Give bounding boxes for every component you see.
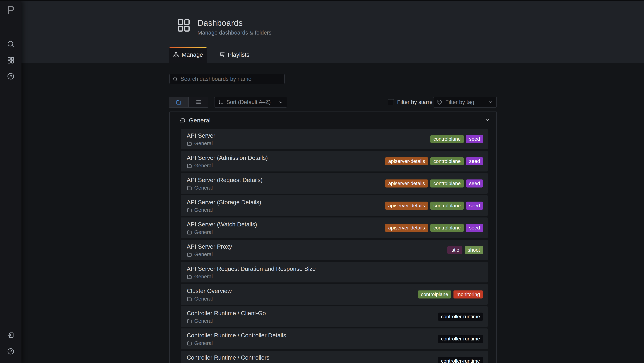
tab-manage[interactable]: Manage [170,47,206,63]
chevron-down-icon[interactable] [484,117,490,123]
tag-controller-runtime[interactable]: controller-runtime [438,357,483,363]
sidebar-item-help[interactable] [0,343,22,359]
dashboard-tags: controller-runtime [438,312,483,320]
sidebar-item-sign-in[interactable] [0,327,22,343]
dashboard-folder-label: General [194,296,213,302]
dashboard-row[interactable]: Cluster Overview General controlplanemon… [181,284,488,305]
starred-checkbox-label[interactable]: Filter by starred [397,99,436,105]
tag-apiserver-details[interactable]: apiserver-details [385,179,428,187]
tag-apiserver-details[interactable]: apiserver-details [385,157,428,165]
tag-controlplane[interactable]: controlplane [430,224,464,232]
dashboard-tags: apiserver-detailscontrolplaneseed [385,202,483,210]
dashboard-tags: controller-runtime [438,357,483,363]
view-mode-toggle [169,97,208,108]
tab-playlists[interactable]: Playlists [214,47,255,63]
search-icon [173,76,178,82]
sidebar-nav-top [0,36,22,84]
folder-icon [187,318,192,324]
dashboard-folder-label: General [194,274,213,280]
tag-seed[interactable]: seed [466,179,483,187]
dashboard-list: API Server General controlplaneseed API … [181,129,488,363]
dashboard-row[interactable]: API Server (Storage Details) General api… [181,195,488,216]
dashboard-folder-label: General [194,229,213,235]
sidebar-item-search[interactable] [0,36,22,52]
dashboard-folder: General [187,251,488,257]
folder-section-header[interactable]: General [170,112,496,129]
tag-controlplane[interactable]: controlplane [430,135,464,143]
sidebar: P [0,1,22,363]
dashboard-tags: controller-runtime [438,335,483,343]
folder-icon [187,274,192,279]
org-logo[interactable]: P [7,3,15,17]
tag-controlplane[interactable]: controlplane [430,157,464,165]
folder-section-general: General API Server General controlplanes… [170,112,497,363]
page-header: Dashboards Manage dashboards & folders M… [22,1,644,63]
dashboard-row[interactable]: API Server Request Duration and Response… [181,262,488,282]
dashboard-folder-label: General [194,318,213,324]
tag-seed[interactable]: seed [466,224,483,232]
starred-checkbox[interactable] [388,99,394,105]
tag-seed[interactable]: seed [466,157,483,165]
filter-by-tag-dropdown[interactable]: Filter by tag [433,97,497,108]
list-view-button[interactable] [188,97,208,107]
search-input[interactable] [180,76,282,82]
compass-icon [6,72,15,80]
tag-istio[interactable]: istio [448,246,462,254]
sign-in-icon [7,331,15,339]
dashboards-grid-icon [7,56,14,64]
tag-controlplane[interactable]: controlplane [430,179,464,187]
sidebar-nav-bottom [0,327,22,359]
tag-shoot[interactable]: shoot [465,246,483,254]
folder-view-icon [176,99,182,105]
list-view-icon [195,99,202,105]
page-title: Dashboards [198,18,243,28]
sort-amount-icon [218,99,224,105]
dashboard-row[interactable]: API Server (Request Details) General api… [181,173,488,194]
folder-icon [187,185,192,191]
sort-dropdown[interactable]: Sort (Default A–Z) [214,97,287,108]
tag-controlplane[interactable]: controlplane [418,290,451,298]
window-top-edge [0,0,644,1]
dashboard-row[interactable]: Controller Runtime / Controller Details … [181,328,488,349]
dashboard-row[interactable]: Controller Runtime / Client-Go General c… [181,306,488,327]
tag-apiserver-details[interactable]: apiserver-details [385,224,428,232]
tag-seed[interactable]: seed [466,202,483,210]
sidebar-item-dashboards[interactable] [0,52,22,68]
tag-apiserver-details[interactable]: apiserver-details [385,202,428,210]
dashboard-tags: apiserver-detailscontrolplaneseed [385,224,483,232]
dashboard-title: API Server Proxy [187,243,488,250]
folder-icon [187,230,192,235]
folder-icon [187,252,192,257]
tag-controller-runtime[interactable]: controller-runtime [438,335,483,343]
dashboard-folder-label: General [194,207,213,213]
dashboard-row[interactable]: API Server (Admission Details) General a… [181,151,488,171]
dashboard-title: API Server Request Duration and Response… [187,265,488,273]
tab-playlists-label: Playlists [228,51,249,58]
dashboard-row[interactable]: API Server (Watch Details) General apise… [181,217,488,238]
chevron-down-icon [488,100,493,105]
tag-controller-runtime[interactable]: controller-runtime [438,312,483,320]
tag-controlplane[interactable]: controlplane [430,202,464,210]
dashboard-tags: apiserver-detailscontrolplaneseed [385,179,483,187]
folder-icon [187,163,192,168]
folder-icon [187,141,192,146]
tag-seed[interactable]: seed [466,135,483,143]
dashboard-tags: controlplanemonitoring [418,290,483,298]
folder-view-button[interactable] [169,97,188,107]
search-icon [6,40,15,48]
page-subtitle: Manage dashboards & folders [198,30,272,36]
tag-monitoring[interactable]: monitoring [454,290,483,298]
folder-icon [187,207,192,213]
dashboard-search [170,74,284,84]
sidebar-item-explore[interactable] [0,68,22,84]
dashboards-page-icon [176,18,191,33]
dashboard-folder-label: General [194,141,213,146]
dashboard-row[interactable]: API Server General controlplaneseed [181,129,488,149]
help-icon [7,347,15,355]
dashboard-folder: General [187,274,488,280]
folder-section-name: General [189,117,210,124]
dashboard-row[interactable]: API Server Proxy General istioshoot [181,240,488,260]
filter-by-starred: Filter by starred [388,97,436,108]
presentation-play-icon [219,52,225,58]
dashboard-row[interactable]: Controller Runtime / Controllers General… [181,351,488,363]
